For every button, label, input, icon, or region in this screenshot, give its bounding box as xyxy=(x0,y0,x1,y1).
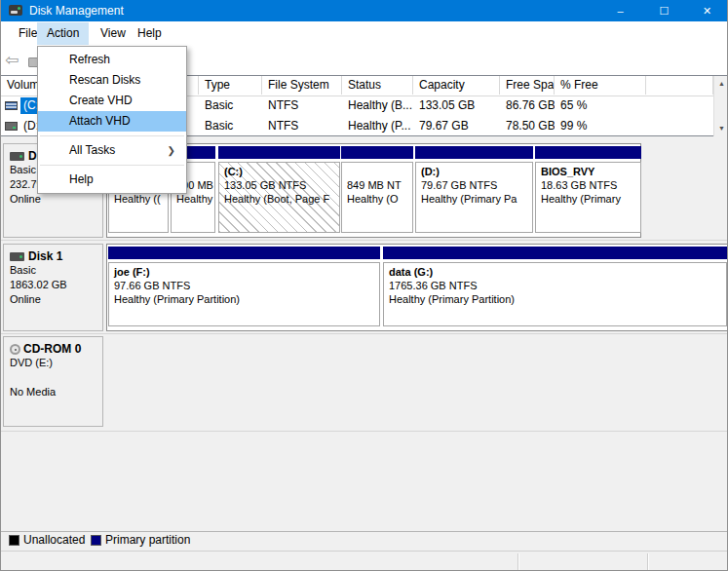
disk-info-line: No Media xyxy=(10,385,102,400)
volume-cell: 86.76 GB xyxy=(500,95,555,116)
menubar-item-action[interactable]: Action xyxy=(37,22,89,45)
volume-cell: NTFS xyxy=(262,116,342,136)
partition--d-[interactable]: (D:)79.67 GB NTFSHealthy (Primary Pa xyxy=(415,146,533,235)
partition-healthy-o[interactable]: 849 MB NTHealthy (O xyxy=(341,146,413,235)
partition-body[interactable]: 849 MB NTHealthy (O xyxy=(341,162,413,233)
partition-text-line: joe (F:) xyxy=(114,265,379,279)
volume-cell: Basic xyxy=(199,116,262,136)
column-header-file-system[interactable]: File System xyxy=(262,76,342,95)
title-bar: Disk Management – ☐ ✕ xyxy=(1,0,728,21)
action-menu: RefreshRescan DisksCreate VHDAttach VHDA… xyxy=(37,46,187,194)
disk-label-disk-1[interactable]: Disk 1Basic1863.02 GBOnline xyxy=(3,244,103,331)
row-separator xyxy=(1,240,728,241)
column-header-free-spa-[interactable]: Free Spa... xyxy=(500,76,555,95)
partition-text-line: 849 MB NT xyxy=(347,178,412,192)
minimize-button[interactable]: – xyxy=(598,0,642,21)
column-header-blank[interactable] xyxy=(646,76,713,95)
scroll-down-icon[interactable]: ▼ xyxy=(714,121,728,136)
column-header-status[interactable]: Status xyxy=(342,76,413,95)
menu-item-attach-vhd[interactable]: Attach VHD xyxy=(38,111,186,132)
volume-cell: 65 % xyxy=(555,95,646,116)
menu-bar: FileActionViewHelp xyxy=(1,21,728,46)
volume-list-scrollbar[interactable]: ▲ ▼ xyxy=(713,76,728,136)
status-bar-divider xyxy=(517,553,518,570)
volume-drive-icon xyxy=(5,122,18,131)
volume-cell xyxy=(646,116,713,136)
volume-cell: Basic xyxy=(199,95,262,116)
disk-icon xyxy=(10,152,24,161)
partition-body[interactable]: BIOS_RVY18.63 GB NTFSHealthy (Primary xyxy=(535,162,641,233)
row-separator xyxy=(1,431,728,432)
partition-bios_rvy[interactable]: BIOS_RVY18.63 GB NTFSHealthy (Primary xyxy=(535,146,641,235)
disk-info-line: 1863.02 GB xyxy=(10,278,102,292)
legend-label: Primary partition xyxy=(105,534,190,548)
column-header-%-free[interactable]: % Free xyxy=(555,76,646,95)
graphical-view: Disk 0Basic232.79 GBOnline Healthy (( 10… xyxy=(1,137,728,531)
status-bar xyxy=(1,551,728,571)
partition-type-bar xyxy=(415,146,533,159)
window-title: Disk Management xyxy=(29,4,124,18)
column-header-capacity[interactable]: Capacity xyxy=(413,76,500,95)
disk-management-window: Disk Management – ☐ ✕ FileActionViewHelp… xyxy=(0,0,728,571)
partition-joe-f-[interactable]: joe (F:)97.66 GB NTFSHealthy (Primary Pa… xyxy=(108,247,380,328)
submenu-arrow-icon: ❯ xyxy=(168,140,175,161)
partition-text-line: BIOS_RVY xyxy=(541,165,640,178)
disk-info-line: Online xyxy=(10,292,102,307)
disk-graphic: joe (F:)97.66 GB NTFSHealthy (Primary Pa… xyxy=(106,244,728,331)
menu-item-create-vhd[interactable]: Create VHD xyxy=(38,91,186,111)
scroll-up-icon[interactable]: ▲ xyxy=(714,76,728,92)
status-bar-divider xyxy=(647,553,648,570)
maximize-button[interactable]: ☐ xyxy=(642,0,686,21)
volume-cell: 78.50 GB xyxy=(500,116,555,136)
partition-type-bar xyxy=(383,247,727,259)
volume-hatched-icon xyxy=(5,101,18,110)
disk-name: CD-ROM 0 xyxy=(10,342,102,356)
partition-text-line: 1765.36 GB NTFS xyxy=(389,279,726,292)
partition-body[interactable]: data (G:)1765.36 GB NTFSHealthy (Primary… xyxy=(383,262,727,326)
disk-label-cd-rom-0[interactable]: CD-ROM 0DVD (E:) No Media xyxy=(3,336,103,427)
partition-text-line: 133.05 GB NTFS xyxy=(224,178,339,192)
volume-cell: Healthy (B... xyxy=(342,95,413,116)
row-separator xyxy=(1,333,728,334)
close-button[interactable]: ✕ xyxy=(685,0,728,21)
menubar-item-help[interactable]: Help xyxy=(128,22,172,45)
legend-swatch-primary-partition xyxy=(91,535,101,546)
partition-type-bar xyxy=(341,146,413,159)
partition-text-line: (C:) xyxy=(224,165,339,178)
partition-text-line: Healthy (( xyxy=(114,192,168,206)
column-header-type[interactable]: Type xyxy=(199,76,262,95)
volume-cell: 79.67 GB xyxy=(413,116,500,136)
partition-body[interactable]: (D:)79.67 GB NTFSHealthy (Primary Pa xyxy=(415,162,533,233)
volume-cell: 99 % xyxy=(555,116,646,136)
partition-data-g-[interactable]: data (G:)1765.36 GB NTFSHealthy (Primary… xyxy=(383,247,727,328)
menu-item-refresh[interactable]: Refresh xyxy=(38,50,186,70)
legend-swatch-unallocated xyxy=(9,535,19,546)
menu-item-help[interactable]: Help xyxy=(38,170,186,190)
partition-text-line: Healthy (Primary Partition) xyxy=(389,292,726,306)
partition-body[interactable]: joe (F:)97.66 GB NTFSHealthy (Primary Pa… xyxy=(108,262,380,326)
partition--c-[interactable]: (C:)133.05 GB NTFSHealthy (Boot, Page F xyxy=(218,146,340,235)
partition-body[interactable]: (C:)133.05 GB NTFSHealthy (Boot, Page F xyxy=(218,162,340,233)
cd-rom-icon xyxy=(10,344,20,355)
partition-text-line: Healthy ( xyxy=(176,192,214,206)
partition-text-line: Healthy (Primary xyxy=(541,192,640,206)
partition-text-line: Healthy (Primary Partition) xyxy=(114,292,379,306)
menu-item-all-tasks[interactable]: All Tasks❯ xyxy=(38,140,186,161)
partition-text-line: Healthy (Boot, Page F xyxy=(224,192,339,206)
partition-text-line: 79.67 GB NTFS xyxy=(421,178,532,192)
partition-type-bar xyxy=(108,247,380,259)
disk-info-line xyxy=(10,370,102,385)
partition-text-line: 97.66 GB NTFS xyxy=(114,279,379,292)
partition-text-line xyxy=(347,165,412,178)
disk-info-line: Basic xyxy=(10,263,102,278)
disk-drive-icon xyxy=(9,5,22,16)
volume-cell xyxy=(646,95,713,116)
volume-cell: NTFS xyxy=(262,95,342,116)
disk-info-line: DVD (E:) xyxy=(10,356,102,370)
menu-item-rescan-disks[interactable]: Rescan Disks xyxy=(38,70,186,91)
back-arrow-icon[interactable]: ⇦ xyxy=(5,50,19,70)
partition-text-line: Healthy (Primary Pa xyxy=(421,192,532,206)
legend-label: Unallocated xyxy=(23,534,85,548)
menu-separator xyxy=(40,135,184,136)
disk-icon xyxy=(10,252,24,261)
